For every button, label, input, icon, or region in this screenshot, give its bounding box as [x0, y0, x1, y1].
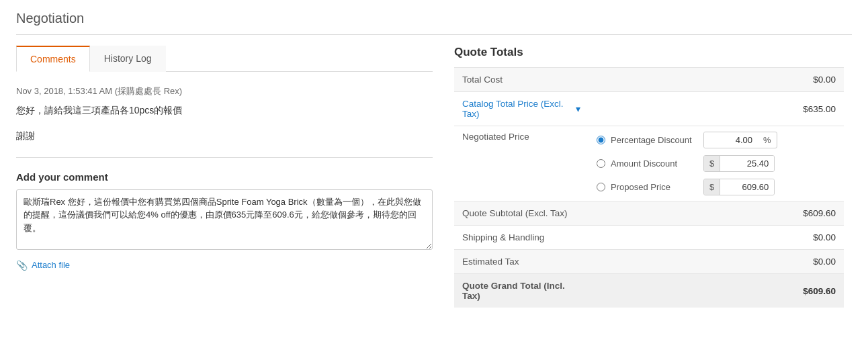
attach-file-label: Attach file [32, 260, 70, 270]
percentage-input[interactable] [704, 132, 758, 148]
row-label: Estimated Tax [454, 250, 589, 274]
percentage-suffix: % [758, 132, 777, 148]
table-row: Shipping & Handling $0.00 [454, 226, 844, 250]
proposed-input-group: $ [703, 179, 775, 195]
comment-divider [16, 157, 433, 158]
row-label: Catalog Total Price (Excl. Tax) ▾ [454, 92, 589, 126]
amount-input[interactable] [720, 156, 774, 171]
quote-totals-title: Quote Totals [454, 46, 844, 59]
left-panel: Comments History Log Nov 3, 2018, 1:53:4… [16, 46, 433, 308]
percentage-discount-option: Percentage Discount % [597, 132, 785, 148]
negotiated-price-label: Negotiated Price [454, 126, 589, 201]
proposed-radio[interactable] [597, 183, 605, 191]
amount-label: Amount Discount [611, 158, 698, 169]
tab-history-log[interactable]: History Log [90, 46, 166, 72]
main-layout: Comments History Log Nov 3, 2018, 1:53:4… [16, 46, 852, 308]
row-label: Quote Subtotal (Excl. Tax) [454, 201, 589, 226]
table-row: Catalog Total Price (Excl. Tax) ▾ $635.0… [454, 92, 844, 126]
proposed-label: Proposed Price [611, 182, 698, 192]
tabs-container: Comments History Log [16, 46, 433, 72]
amount-input-group: $ [703, 155, 775, 172]
row-value: $635.00 [793, 92, 844, 126]
negotiated-price-options: Percentage Discount % Amount Discount [589, 126, 793, 201]
grand-total-label: Quote Grand Total (Incl. Tax) [454, 274, 589, 308]
table-row: Estimated Tax $0.00 [454, 250, 844, 274]
comment-line1: 您好，請給我這三項產品各10pcs的報價 [16, 103, 433, 118]
comment-textarea[interactable] [16, 189, 433, 250]
proposed-input[interactable] [720, 179, 774, 195]
amount-discount-option: Amount Discount $ [597, 155, 785, 172]
row-value: $0.00 [793, 68, 844, 92]
comment-meta: Nov 3, 2018, 1:53:41 AM (採購處處長 Rex) [16, 85, 433, 97]
table-row: Quote Subtotal (Excl. Tax) $609.60 [454, 201, 844, 226]
page-title: Negotiation [16, 11, 852, 35]
comment-line2: 謝謝 [16, 128, 433, 143]
proposed-price-option: Proposed Price $ [597, 179, 785, 195]
row-label: Total Cost [454, 68, 589, 92]
add-comment-section: Add your comment 📎 Attach file [16, 171, 433, 271]
table-row: Total Cost $0.00 [454, 68, 844, 92]
percentage-label: Percentage Discount [611, 135, 698, 145]
row-value: $609.60 [793, 201, 844, 226]
add-comment-label: Add your comment [16, 171, 433, 183]
attach-file-button[interactable]: 📎 Attach file [16, 260, 70, 271]
proposed-prefix: $ [704, 179, 720, 195]
amount-prefix: $ [704, 156, 720, 171]
row-value: $0.00 [793, 226, 844, 250]
table-row-grand-total: Quote Grand Total (Incl. Tax) $609.60 [454, 274, 844, 308]
percentage-radio[interactable] [597, 136, 605, 144]
right-panel: Quote Totals Total Cost $0.00 Catalog To… [454, 46, 844, 308]
paperclip-icon: 📎 [16, 260, 28, 271]
row-label: Shipping & Handling [454, 226, 589, 250]
existing-comment: Nov 3, 2018, 1:53:41 AM (採購處處長 Rex) 您好，請… [16, 85, 433, 144]
totals-table: Total Cost $0.00 Catalog Total Price (Ex… [454, 67, 844, 308]
dropdown-arrow-icon: ▾ [576, 103, 580, 114]
catalog-total-label[interactable]: Catalog Total Price (Excl. Tax) ▾ [462, 99, 580, 119]
negotiated-price-row: Negotiated Price Percentage Discount % [454, 126, 844, 201]
grand-total-value: $609.60 [793, 274, 844, 308]
amount-radio[interactable] [597, 159, 605, 168]
percentage-input-group: % [703, 132, 777, 148]
tab-comments[interactable]: Comments [16, 46, 90, 72]
row-value: $0.00 [793, 250, 844, 274]
